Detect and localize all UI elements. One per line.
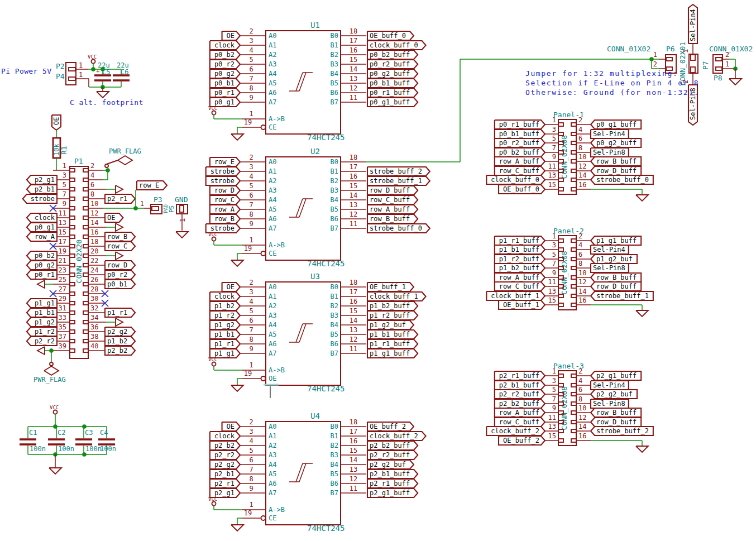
net-label[interactable]: p0_r1	[35, 271, 55, 279]
ref-R1[interactable]: R1	[60, 146, 68, 155]
pin-notch[interactable]	[571, 429, 576, 433]
net-label[interactable]: p1_r1_buff	[370, 340, 410, 348]
net-label[interactable]: OE_buff_2	[503, 437, 539, 444]
net-label[interactable]: Sel-Pin4	[689, 9, 697, 41]
net-label[interactable]: clock	[35, 214, 55, 222]
net-label[interactable]: p1_b2	[107, 337, 127, 345]
net-label[interactable]: p2_r2_buff	[370, 451, 410, 459]
net-label[interactable]: row_A_buff	[499, 409, 539, 416]
pin-notch[interactable]	[69, 77, 75, 80]
net-label[interactable]: Sel-Pin4	[593, 246, 625, 253]
net-label[interactable]: OE	[107, 214, 115, 222]
note-jumper-line2[interactable]: Selection if E-Line on Pin 4 or 8	[525, 79, 699, 87]
pin-notch[interactable]	[83, 320, 88, 324]
net-label[interactable]: p0_b1_buff	[499, 130, 539, 138]
pin-notch[interactable]	[83, 292, 88, 295]
pin-notch[interactable]	[666, 58, 672, 61]
net-label[interactable]: OE_buff_2	[370, 423, 406, 430]
pin-notch[interactable]	[70, 254, 75, 257]
net-label[interactable]: strobe_buff_2	[596, 427, 649, 435]
pin-notch[interactable]	[558, 384, 563, 387]
pin-notch[interactable]	[83, 207, 88, 210]
net-label[interactable]: p2_b1	[35, 185, 55, 193]
pin-notch[interactable]	[691, 67, 695, 73]
net-label[interactable]: clock	[214, 432, 235, 440]
net-label[interactable]: p1_g2	[214, 321, 235, 329]
net-label[interactable]: p0_b1	[107, 280, 127, 288]
net-label[interactable]: Sel-Pin8	[593, 264, 625, 272]
pin-notch[interactable]	[83, 311, 88, 314]
pin-notch[interactable]	[83, 301, 88, 305]
net-label[interactable]: clock_buff_0	[370, 41, 418, 49]
net-label[interactable]: row_D	[107, 261, 127, 269]
pin-notch[interactable]	[571, 248, 576, 251]
pin-notch[interactable]	[83, 330, 88, 333]
net-label[interactable]: clock	[214, 41, 235, 49]
pin-notch[interactable]	[558, 178, 563, 181]
net-label[interactable]: p0_r1	[214, 89, 235, 97]
net-label[interactable]: p2_g1_buff	[370, 489, 410, 497]
pad-P3-body[interactable]	[151, 204, 162, 214]
pin-notch[interactable]	[691, 55, 695, 60]
pin-notch[interactable]	[83, 283, 88, 286]
net-label[interactable]: p0_g1_buff	[370, 98, 410, 106]
net-label[interactable]: p1_g1_buff	[596, 237, 637, 245]
pin-notch[interactable]	[83, 216, 88, 219]
pin-notch[interactable]	[571, 384, 576, 387]
net-label[interactable]: p2_b1_buff	[370, 470, 410, 478]
ref-P1[interactable]: P1	[74, 157, 83, 165]
pin-notch[interactable]	[571, 257, 576, 261]
net-label[interactable]: p2_g1_buff	[596, 372, 637, 380]
net-label[interactable]: strobe_buff_0	[370, 224, 422, 232]
net-label[interactable]: row_D	[214, 186, 235, 194]
pin-notch[interactable]	[70, 207, 75, 210]
net-label[interactable]: row_D_buff	[596, 418, 637, 426]
pin-notch[interactable]	[69, 68, 75, 71]
pin-notch[interactable]	[716, 67, 722, 70]
pin-notch[interactable]	[83, 197, 88, 200]
net-label[interactable]: Sel-Pin4	[593, 381, 625, 389]
net-label[interactable]: clock_buff_0	[491, 176, 539, 184]
net-label[interactable]: p0_r1_buff	[370, 89, 410, 97]
net-label[interactable]: p2_r1_buff	[499, 372, 539, 380]
net-label[interactable]: row_B_buff	[596, 274, 637, 281]
net-label[interactable]: row_B_buff	[370, 215, 410, 223]
pin-notch[interactable]	[571, 285, 576, 288]
note-pi-power[interactable]: Pi Power 5V	[1, 67, 52, 75]
pin-notch[interactable]	[70, 216, 75, 219]
pin-notch[interactable]	[558, 429, 563, 433]
net-label[interactable]: p2_g2	[214, 461, 235, 468]
pin-notch[interactable]	[558, 303, 563, 307]
net-label[interactable]: p0_g2_buff	[596, 139, 637, 147]
net-label[interactable]: p2_r1	[107, 195, 127, 203]
net-label[interactable]: Sel-Pin4	[593, 130, 625, 138]
pin-notch[interactable]	[571, 303, 576, 307]
net-label[interactable]: Sel-Pin8	[593, 149, 625, 156]
pin-notch[interactable]	[83, 349, 88, 352]
net-label[interactable]: p0_g1	[35, 223, 55, 231]
ref-U1[interactable]: U1	[310, 21, 320, 30]
pin-notch[interactable]	[70, 226, 75, 229]
net-label[interactable]: row_D_buff	[596, 283, 637, 290]
connector-p2p4-body[interactable]	[66, 63, 76, 85]
pin-notch[interactable]	[70, 245, 75, 248]
pin-notch[interactable]	[571, 294, 576, 298]
net-label[interactable]: row_E	[214, 158, 235, 166]
net-label[interactable]: OE	[227, 283, 235, 291]
net-label[interactable]: OE_buff_1	[503, 301, 539, 309]
net-label[interactable]: row_C_buff	[499, 418, 539, 426]
ref-P8[interactable]: P8	[714, 74, 722, 82]
net-label[interactable]: p2_b1	[214, 470, 235, 478]
ref-P4[interactable]: P4	[56, 72, 65, 80]
pin-notch[interactable]	[571, 392, 576, 396]
net-label[interactable]: p0_b1_buff	[370, 79, 410, 87]
net-label[interactable]: row_A	[35, 233, 55, 241]
pin-notch[interactable]	[558, 239, 563, 242]
pin-notch[interactable]	[571, 188, 576, 191]
pin-notch[interactable]	[571, 402, 576, 405]
pin-notch[interactable]	[83, 188, 88, 191]
net-label[interactable]: p1_r1	[214, 340, 235, 348]
net-label[interactable]: clock_buff_1	[370, 293, 418, 300]
net-label[interactable]: p1_g1	[214, 350, 235, 357]
net-label[interactable]: p2_b2	[214, 442, 235, 449]
